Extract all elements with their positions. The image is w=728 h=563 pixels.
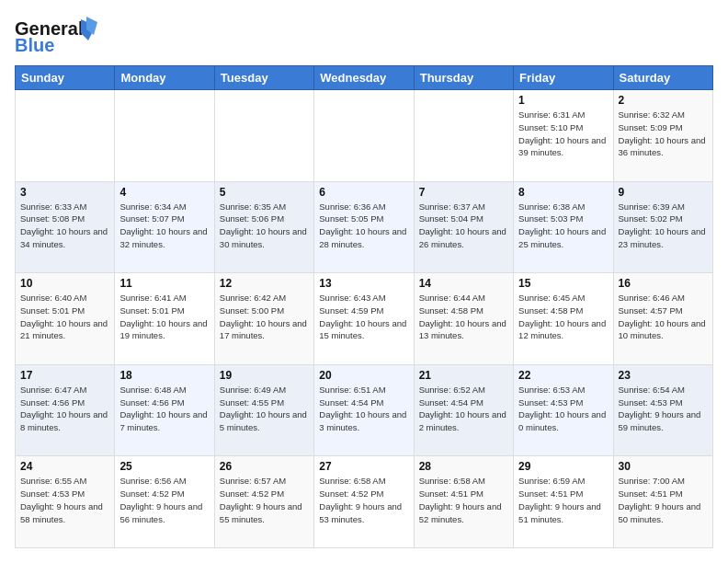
calendar-cell: 29Sunrise: 6:59 AM Sunset: 4:51 PM Dayli… (514, 456, 613, 548)
calendar-cell: 17Sunrise: 6:47 AM Sunset: 4:56 PM Dayli… (16, 364, 115, 456)
calendar-cell: 25Sunrise: 6:56 AM Sunset: 4:52 PM Dayli… (115, 456, 214, 548)
calendar-cell: 30Sunrise: 7:00 AM Sunset: 4:51 PM Dayli… (613, 456, 712, 548)
day-info: Sunrise: 6:38 AM Sunset: 5:03 PM Dayligh… (518, 201, 608, 251)
day-info: Sunrise: 6:57 AM Sunset: 4:52 PM Dayligh… (220, 475, 309, 525)
calendar-cell: 8Sunrise: 6:38 AM Sunset: 5:03 PM Daylig… (514, 181, 613, 273)
day-info: Sunrise: 6:54 AM Sunset: 4:53 PM Dayligh… (619, 384, 708, 434)
calendar-cell: 3Sunrise: 6:33 AM Sunset: 5:08 PM Daylig… (16, 181, 115, 273)
day-number: 11 (119, 277, 209, 290)
day-number: 23 (619, 369, 708, 382)
calendar-cell: 7Sunrise: 6:37 AM Sunset: 5:04 PM Daylig… (414, 181, 513, 273)
calendar-cell: 24Sunrise: 6:55 AM Sunset: 4:53 PM Dayli… (16, 456, 115, 548)
calendar-cell: 1Sunrise: 6:31 AM Sunset: 5:10 PM Daylig… (514, 90, 613, 182)
day-info: Sunrise: 6:51 AM Sunset: 4:54 PM Dayligh… (319, 384, 408, 434)
calendar-cell: 13Sunrise: 6:43 AM Sunset: 4:59 PM Dayli… (314, 273, 414, 365)
calendar-cell: 5Sunrise: 6:35 AM Sunset: 5:06 PM Daylig… (214, 181, 313, 273)
calendar-cell: 16Sunrise: 6:46 AM Sunset: 4:57 PM Dayli… (613, 273, 712, 365)
calendar-cell: 26Sunrise: 6:57 AM Sunset: 4:52 PM Dayli… (214, 456, 313, 548)
day-number: 5 (220, 186, 309, 199)
day-info: Sunrise: 6:34 AM Sunset: 5:07 PM Dayligh… (119, 201, 209, 251)
week-row-5: 24Sunrise: 6:55 AM Sunset: 4:53 PM Dayli… (16, 456, 713, 548)
day-number: 1 (518, 94, 608, 107)
header: General Blue (15, 15, 713, 56)
calendar-cell: 14Sunrise: 6:44 AM Sunset: 4:58 PM Dayli… (414, 273, 513, 365)
day-info: Sunrise: 6:48 AM Sunset: 4:56 PM Dayligh… (119, 384, 209, 434)
day-number: 16 (619, 277, 708, 290)
calendar-cell: 23Sunrise: 6:54 AM Sunset: 4:53 PM Dayli… (613, 364, 712, 456)
day-info: Sunrise: 6:31 AM Sunset: 5:10 PM Dayligh… (518, 109, 608, 159)
day-info: Sunrise: 7:00 AM Sunset: 4:51 PM Dayligh… (619, 475, 708, 525)
day-info: Sunrise: 6:35 AM Sunset: 5:06 PM Dayligh… (220, 201, 309, 251)
calendar-cell: 21Sunrise: 6:52 AM Sunset: 4:54 PM Dayli… (414, 364, 513, 456)
day-number: 28 (419, 460, 508, 473)
calendar-table: SundayMondayTuesdayWednesdayThursdayFrid… (15, 65, 713, 548)
calendar-cell: 28Sunrise: 6:58 AM Sunset: 4:51 PM Dayli… (414, 456, 513, 548)
day-info: Sunrise: 6:46 AM Sunset: 4:57 PM Dayligh… (619, 292, 708, 342)
day-info: Sunrise: 6:47 AM Sunset: 4:56 PM Dayligh… (20, 384, 109, 434)
day-number: 13 (319, 277, 408, 290)
week-row-1: 1Sunrise: 6:31 AM Sunset: 5:10 PM Daylig… (16, 90, 713, 182)
day-number: 22 (518, 369, 608, 382)
calendar-cell: 4Sunrise: 6:34 AM Sunset: 5:07 PM Daylig… (115, 181, 214, 273)
day-number: 21 (419, 369, 508, 382)
day-info: Sunrise: 6:41 AM Sunset: 5:01 PM Dayligh… (119, 292, 209, 342)
day-info: Sunrise: 6:33 AM Sunset: 5:08 PM Dayligh… (20, 201, 109, 251)
day-number: 17 (20, 369, 109, 382)
day-info: Sunrise: 6:56 AM Sunset: 4:52 PM Dayligh… (119, 475, 209, 525)
day-info: Sunrise: 6:37 AM Sunset: 5:04 PM Dayligh… (419, 201, 508, 251)
calendar-cell (16, 90, 115, 182)
day-number: 20 (319, 369, 408, 382)
day-number: 27 (319, 460, 408, 473)
day-number: 9 (619, 186, 708, 199)
day-info: Sunrise: 6:59 AM Sunset: 4:51 PM Dayligh… (518, 475, 608, 525)
calendar-cell: 18Sunrise: 6:48 AM Sunset: 4:56 PM Dayli… (115, 364, 214, 456)
calendar-cell: 12Sunrise: 6:42 AM Sunset: 5:00 PM Dayli… (214, 273, 313, 365)
day-info: Sunrise: 6:58 AM Sunset: 4:52 PM Dayligh… (319, 475, 408, 525)
calendar-cell: 11Sunrise: 6:41 AM Sunset: 5:01 PM Dayli… (115, 273, 214, 365)
day-info: Sunrise: 6:44 AM Sunset: 4:58 PM Dayligh… (419, 292, 508, 342)
calendar-cell: 9Sunrise: 6:39 AM Sunset: 5:02 PM Daylig… (613, 181, 712, 273)
calendar-cell: 2Sunrise: 6:32 AM Sunset: 5:09 PM Daylig… (613, 90, 712, 182)
weekday-header-monday: Monday (115, 66, 214, 90)
calendar-cell: 15Sunrise: 6:45 AM Sunset: 4:58 PM Dayli… (514, 273, 613, 365)
day-number: 3 (20, 186, 109, 199)
day-number: 8 (518, 186, 608, 199)
day-info: Sunrise: 6:36 AM Sunset: 5:05 PM Dayligh… (319, 201, 408, 251)
day-info: Sunrise: 6:52 AM Sunset: 4:54 PM Dayligh… (419, 384, 508, 434)
day-info: Sunrise: 6:39 AM Sunset: 5:02 PM Dayligh… (619, 201, 708, 251)
weekday-header-row: SundayMondayTuesdayWednesdayThursdayFrid… (16, 66, 713, 90)
weekday-header-sunday: Sunday (16, 66, 115, 90)
day-number: 29 (518, 460, 608, 473)
day-info: Sunrise: 6:53 AM Sunset: 4:53 PM Dayligh… (518, 384, 608, 434)
weekday-header-friday: Friday (514, 66, 613, 90)
calendar-cell: 6Sunrise: 6:36 AM Sunset: 5:05 PM Daylig… (314, 181, 414, 273)
week-row-4: 17Sunrise: 6:47 AM Sunset: 4:56 PM Dayli… (16, 364, 713, 456)
day-number: 19 (220, 369, 309, 382)
day-info: Sunrise: 6:49 AM Sunset: 4:55 PM Dayligh… (220, 384, 309, 434)
day-number: 26 (220, 460, 309, 473)
calendar-cell (414, 90, 513, 182)
day-number: 6 (319, 186, 408, 199)
logo: General Blue (15, 15, 97, 56)
calendar-cell: 27Sunrise: 6:58 AM Sunset: 4:52 PM Dayli… (314, 456, 414, 548)
day-info: Sunrise: 6:40 AM Sunset: 5:01 PM Dayligh… (20, 292, 109, 342)
day-number: 18 (119, 369, 209, 382)
calendar-cell (314, 90, 414, 182)
calendar-cell: 19Sunrise: 6:49 AM Sunset: 4:55 PM Dayli… (214, 364, 313, 456)
weekday-header-tuesday: Tuesday (214, 66, 313, 90)
logo-icon: General Blue (15, 15, 97, 56)
day-number: 10 (20, 277, 109, 290)
day-number: 30 (619, 460, 708, 473)
svg-text:Blue: Blue (15, 35, 54, 55)
calendar-cell: 20Sunrise: 6:51 AM Sunset: 4:54 PM Dayli… (314, 364, 414, 456)
weekday-header-wednesday: Wednesday (314, 66, 414, 90)
day-info: Sunrise: 6:42 AM Sunset: 5:00 PM Dayligh… (220, 292, 309, 342)
calendar-cell: 22Sunrise: 6:53 AM Sunset: 4:53 PM Dayli… (514, 364, 613, 456)
day-number: 4 (119, 186, 209, 199)
day-info: Sunrise: 6:43 AM Sunset: 4:59 PM Dayligh… (319, 292, 408, 342)
day-number: 25 (119, 460, 209, 473)
calendar-cell (214, 90, 313, 182)
day-number: 24 (20, 460, 109, 473)
calendar-cell: 10Sunrise: 6:40 AM Sunset: 5:01 PM Dayli… (16, 273, 115, 365)
week-row-3: 10Sunrise: 6:40 AM Sunset: 5:01 PM Dayli… (16, 273, 713, 365)
